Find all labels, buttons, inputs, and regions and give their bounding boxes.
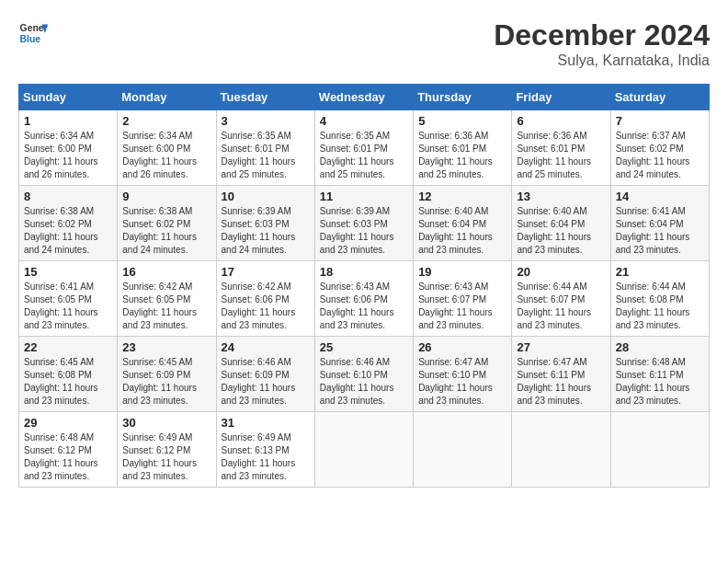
calendar-cell: 5 Sunrise: 6:36 AM Sunset: 6:01 PM Dayli… <box>414 110 512 186</box>
day-number: 2 <box>122 114 210 128</box>
location-subtitle: Sulya, Karnataka, India <box>494 52 710 69</box>
day-info: Sunrise: 6:47 AM Sunset: 6:11 PM Dayligh… <box>517 356 605 408</box>
day-info: Sunrise: 6:43 AM Sunset: 6:07 PM Dayligh… <box>418 281 506 332</box>
calendar-cell: 14 Sunrise: 6:41 AM Sunset: 6:04 PM Dayl… <box>610 186 709 261</box>
col-tuesday: Tuesday <box>216 85 314 110</box>
calendar-cell: 25 Sunrise: 6:46 AM Sunset: 6:10 PM Dayl… <box>314 337 413 412</box>
col-monday: Monday <box>118 85 216 110</box>
col-wednesday: Wednesday <box>314 85 413 110</box>
day-number: 28 <box>616 340 704 354</box>
day-number: 10 <box>222 190 310 203</box>
day-info: Sunrise: 6:49 AM Sunset: 6:13 PM Dayligh… <box>222 431 310 483</box>
day-number: 11 <box>320 190 408 203</box>
col-friday: Friday <box>512 85 610 110</box>
calendar-cell: 2 Sunrise: 6:34 AM Sunset: 6:00 PM Dayli… <box>118 110 216 186</box>
calendar-cell: 3 Sunrise: 6:35 AM Sunset: 6:01 PM Dayli… <box>216 110 314 186</box>
day-info: Sunrise: 6:41 AM Sunset: 6:04 PM Dayligh… <box>616 205 704 257</box>
day-info: Sunrise: 6:35 AM Sunset: 6:01 PM Dayligh… <box>222 130 310 181</box>
day-info: Sunrise: 6:48 AM Sunset: 6:11 PM Dayligh… <box>616 356 704 408</box>
calendar-cell: 31 Sunrise: 6:49 AM Sunset: 6:13 PM Dayl… <box>216 412 314 488</box>
day-info: Sunrise: 6:47 AM Sunset: 6:10 PM Dayligh… <box>418 356 506 408</box>
calendar-cell: 28 Sunrise: 6:48 AM Sunset: 6:11 PM Dayl… <box>610 337 709 412</box>
day-number: 17 <box>222 265 310 279</box>
calendar-cell: 10 Sunrise: 6:39 AM Sunset: 6:03 PM Dayl… <box>216 186 314 261</box>
calendar-cell: 22 Sunrise: 6:45 AM Sunset: 6:08 PM Dayl… <box>19 337 118 412</box>
day-info: Sunrise: 6:45 AM Sunset: 6:08 PM Dayligh… <box>24 356 112 408</box>
day-info: Sunrise: 6:42 AM Sunset: 6:06 PM Dayligh… <box>222 281 310 332</box>
day-info: Sunrise: 6:38 AM Sunset: 6:02 PM Dayligh… <box>24 205 112 257</box>
day-number: 4 <box>320 114 408 128</box>
calendar-cell: 20 Sunrise: 6:44 AM Sunset: 6:07 PM Dayl… <box>512 261 610 337</box>
day-number: 22 <box>24 340 112 354</box>
calendar-week-row: 29 Sunrise: 6:48 AM Sunset: 6:12 PM Dayl… <box>19 412 710 488</box>
day-number: 20 <box>517 265 605 279</box>
day-number: 18 <box>320 265 408 279</box>
calendar-cell: 1 Sunrise: 6:34 AM Sunset: 6:00 PM Dayli… <box>19 110 118 186</box>
calendar-cell: 30 Sunrise: 6:49 AM Sunset: 6:12 PM Dayl… <box>118 412 216 488</box>
day-number: 9 <box>122 190 210 203</box>
day-info: Sunrise: 6:35 AM Sunset: 6:01 PM Dayligh… <box>320 130 408 181</box>
month-title: December 2024 <box>494 18 710 52</box>
day-number: 6 <box>517 114 605 128</box>
calendar-cell: 7 Sunrise: 6:37 AM Sunset: 6:02 PM Dayli… <box>610 110 709 186</box>
day-number: 30 <box>122 416 210 430</box>
day-info: Sunrise: 6:34 AM Sunset: 6:00 PM Dayligh… <box>24 130 112 181</box>
title-area: December 2024 Sulya, Karnataka, India <box>494 18 710 69</box>
day-number: 16 <box>122 265 210 279</box>
day-info: Sunrise: 6:39 AM Sunset: 6:03 PM Dayligh… <box>320 205 408 257</box>
day-number: 1 <box>24 114 112 128</box>
day-number: 14 <box>616 190 704 203</box>
day-info: Sunrise: 6:44 AM Sunset: 6:08 PM Dayligh… <box>616 281 704 332</box>
day-info: Sunrise: 6:34 AM Sunset: 6:00 PM Dayligh… <box>122 130 210 181</box>
calendar-cell: 23 Sunrise: 6:45 AM Sunset: 6:09 PM Dayl… <box>118 337 216 412</box>
calendar-cell: 18 Sunrise: 6:43 AM Sunset: 6:06 PM Dayl… <box>314 261 413 337</box>
calendar-week-row: 22 Sunrise: 6:45 AM Sunset: 6:08 PM Dayl… <box>19 337 710 412</box>
calendar-week-row: 8 Sunrise: 6:38 AM Sunset: 6:02 PM Dayli… <box>19 186 710 261</box>
calendar-cell: 15 Sunrise: 6:41 AM Sunset: 6:05 PM Dayl… <box>19 261 118 337</box>
calendar-cell: 11 Sunrise: 6:39 AM Sunset: 6:03 PM Dayl… <box>314 186 413 261</box>
calendar-cell: 9 Sunrise: 6:38 AM Sunset: 6:02 PM Dayli… <box>118 186 216 261</box>
day-info: Sunrise: 6:40 AM Sunset: 6:04 PM Dayligh… <box>517 205 605 257</box>
day-number: 27 <box>517 340 605 354</box>
calendar-cell <box>414 412 512 488</box>
calendar-cell <box>610 412 709 488</box>
calendar-cell: 27 Sunrise: 6:47 AM Sunset: 6:11 PM Dayl… <box>512 337 610 412</box>
day-info: Sunrise: 6:39 AM Sunset: 6:03 PM Dayligh… <box>222 205 310 257</box>
day-number: 3 <box>222 114 310 128</box>
col-thursday: Thursday <box>414 85 512 110</box>
col-sunday: Sunday <box>19 85 118 110</box>
day-info: Sunrise: 6:40 AM Sunset: 6:04 PM Dayligh… <box>418 205 506 257</box>
calendar-header-row: Sunday Monday Tuesday Wednesday Thursday… <box>19 85 710 110</box>
calendar-cell: 24 Sunrise: 6:46 AM Sunset: 6:09 PM Dayl… <box>216 337 314 412</box>
day-info: Sunrise: 6:48 AM Sunset: 6:12 PM Dayligh… <box>24 431 112 483</box>
day-number: 8 <box>24 190 112 203</box>
svg-text:Blue: Blue <box>20 34 41 44</box>
day-number: 15 <box>24 265 112 279</box>
day-number: 13 <box>517 190 605 203</box>
page-header: General Blue December 2024 Sulya, Karnat… <box>18 18 710 69</box>
calendar-cell: 21 Sunrise: 6:44 AM Sunset: 6:08 PM Dayl… <box>610 261 709 337</box>
calendar-cell: 19 Sunrise: 6:43 AM Sunset: 6:07 PM Dayl… <box>414 261 512 337</box>
day-number: 25 <box>320 340 408 354</box>
calendar-cell <box>512 412 610 488</box>
day-info: Sunrise: 6:36 AM Sunset: 6:01 PM Dayligh… <box>517 130 605 181</box>
day-info: Sunrise: 6:46 AM Sunset: 6:09 PM Dayligh… <box>222 356 310 408</box>
calendar-cell: 8 Sunrise: 6:38 AM Sunset: 6:02 PM Dayli… <box>19 186 118 261</box>
calendar-cell: 12 Sunrise: 6:40 AM Sunset: 6:04 PM Dayl… <box>414 186 512 261</box>
day-info: Sunrise: 6:41 AM Sunset: 6:05 PM Dayligh… <box>24 281 112 332</box>
calendar-week-row: 15 Sunrise: 6:41 AM Sunset: 6:05 PM Dayl… <box>19 261 710 337</box>
day-info: Sunrise: 6:49 AM Sunset: 6:12 PM Dayligh… <box>122 431 210 483</box>
day-number: 23 <box>122 340 210 354</box>
day-number: 21 <box>616 265 704 279</box>
logo-icon: General Blue <box>18 18 48 48</box>
day-number: 24 <box>222 340 310 354</box>
day-info: Sunrise: 6:43 AM Sunset: 6:06 PM Dayligh… <box>320 281 408 332</box>
day-number: 29 <box>24 416 112 430</box>
day-info: Sunrise: 6:45 AM Sunset: 6:09 PM Dayligh… <box>122 356 210 408</box>
day-number: 26 <box>418 340 506 354</box>
calendar-cell: 26 Sunrise: 6:47 AM Sunset: 6:10 PM Dayl… <box>414 337 512 412</box>
calendar-cell: 13 Sunrise: 6:40 AM Sunset: 6:04 PM Dayl… <box>512 186 610 261</box>
day-number: 5 <box>418 114 506 128</box>
calendar-cell <box>314 412 413 488</box>
calendar-cell: 16 Sunrise: 6:42 AM Sunset: 6:05 PM Dayl… <box>118 261 216 337</box>
